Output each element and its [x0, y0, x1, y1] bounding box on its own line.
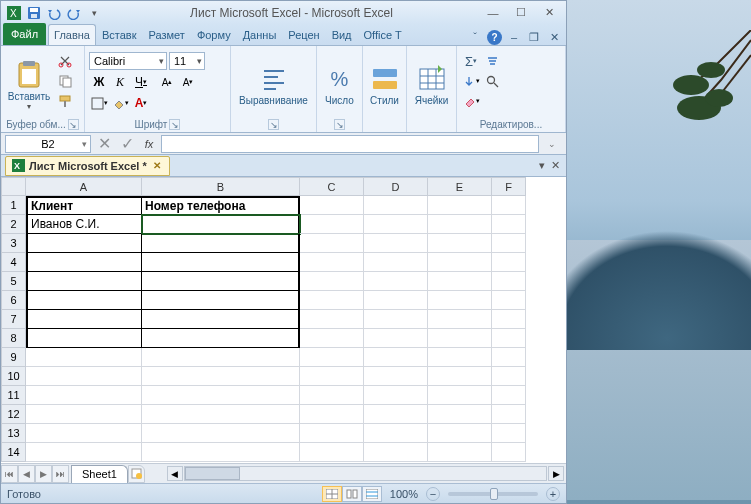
- format-painter-icon[interactable]: [55, 92, 75, 110]
- cell-B6[interactable]: [142, 291, 300, 310]
- cell-B11[interactable]: [142, 386, 300, 405]
- cell-B3[interactable]: [142, 234, 300, 253]
- ribbon-tab-office[interactable]: Office T: [358, 24, 408, 45]
- cell-E1[interactable]: [428, 196, 492, 215]
- cell-F2[interactable]: [492, 215, 526, 234]
- enter-formula-icon[interactable]: ✓: [117, 135, 137, 153]
- cell-A7[interactable]: [26, 310, 142, 329]
- row-header[interactable]: 9: [1, 348, 26, 367]
- italic-button[interactable]: К: [110, 73, 130, 91]
- row-header[interactable]: 3: [1, 234, 26, 253]
- cell-B8[interactable]: [142, 329, 300, 348]
- cell-B1[interactable]: Номер телефона: [142, 196, 300, 215]
- cell-B2[interactable]: [142, 215, 300, 234]
- cell-C14[interactable]: [300, 443, 364, 462]
- font-name-combo[interactable]: Calibri: [89, 52, 167, 70]
- view-page-break-icon[interactable]: [362, 486, 382, 502]
- fx-icon[interactable]: fx: [140, 138, 158, 150]
- cell-E6[interactable]: [428, 291, 492, 310]
- cell-A6[interactable]: [26, 291, 142, 310]
- file-tab[interactable]: Файл: [3, 23, 46, 45]
- underline-button[interactable]: Ч▾: [131, 73, 151, 91]
- expand-formula-icon[interactable]: ⌄: [542, 135, 562, 153]
- cell-A8[interactable]: [26, 329, 142, 348]
- zoom-slider[interactable]: [448, 492, 538, 496]
- sheet-nav-first-icon[interactable]: ⏮: [1, 465, 18, 483]
- cell-C8[interactable]: [300, 329, 364, 348]
- cell-A14[interactable]: [26, 443, 142, 462]
- cell-A12[interactable]: [26, 405, 142, 424]
- cell-C5[interactable]: [300, 272, 364, 291]
- row-header[interactable]: 1: [1, 196, 26, 215]
- close-button[interactable]: ✕: [538, 5, 560, 21]
- cell-C9[interactable]: [300, 348, 364, 367]
- row-header[interactable]: 10: [1, 367, 26, 386]
- font-color-button[interactable]: A▾: [131, 94, 151, 112]
- cells-button[interactable]: Ячейки: [412, 59, 452, 106]
- cell-D13[interactable]: [364, 424, 428, 443]
- cell-D5[interactable]: [364, 272, 428, 291]
- workbook-restore-icon[interactable]: ❐: [526, 29, 542, 45]
- copy-icon[interactable]: [55, 72, 75, 90]
- grid-body[interactable]: 1КлиентНомер телефона2Иванов С.И.3456789…: [1, 196, 566, 463]
- cell-D3[interactable]: [364, 234, 428, 253]
- cell-D6[interactable]: [364, 291, 428, 310]
- fill-color-button[interactable]: ▾: [110, 94, 130, 112]
- cell-F14[interactable]: [492, 443, 526, 462]
- find-button[interactable]: [482, 72, 502, 90]
- view-page-layout-icon[interactable]: [342, 486, 362, 502]
- fill-button[interactable]: ▾: [461, 72, 481, 90]
- save-icon[interactable]: [25, 4, 43, 22]
- cell-D9[interactable]: [364, 348, 428, 367]
- ribbon-tab-home[interactable]: Главна: [48, 24, 96, 45]
- number-dialog-launcher[interactable]: ↘: [334, 119, 345, 130]
- cell-D12[interactable]: [364, 405, 428, 424]
- sort-filter-button[interactable]: [482, 52, 502, 70]
- row-header[interactable]: 6: [1, 291, 26, 310]
- cell-A1[interactable]: Клиент: [26, 196, 142, 215]
- row-header[interactable]: 5: [1, 272, 26, 291]
- cell-E10[interactable]: [428, 367, 492, 386]
- cell-A3[interactable]: [26, 234, 142, 253]
- cell-F9[interactable]: [492, 348, 526, 367]
- alignment-dialog-launcher[interactable]: ↘: [268, 119, 279, 130]
- cell-B7[interactable]: [142, 310, 300, 329]
- cell-C3[interactable]: [300, 234, 364, 253]
- cell-B4[interactable]: [142, 253, 300, 272]
- scroll-left-icon[interactable]: ◀: [167, 466, 183, 481]
- row-header[interactable]: 8: [1, 329, 26, 348]
- cell-A10[interactable]: [26, 367, 142, 386]
- border-button[interactable]: ▾: [89, 94, 109, 112]
- qat-customize-icon[interactable]: ▾: [85, 4, 103, 22]
- row-header[interactable]: 2: [1, 215, 26, 234]
- cell-E11[interactable]: [428, 386, 492, 405]
- column-header-B[interactable]: B: [142, 177, 300, 196]
- cell-C7[interactable]: [300, 310, 364, 329]
- workbook-close-icon[interactable]: ✕: [546, 29, 562, 45]
- maximize-button[interactable]: ☐: [510, 5, 532, 21]
- excel-app-icon[interactable]: X: [5, 4, 23, 22]
- workbook-minimize-icon[interactable]: –: [506, 29, 522, 45]
- cell-B12[interactable]: [142, 405, 300, 424]
- ribbon-minimize-icon[interactable]: ˇ: [467, 29, 483, 45]
- ribbon-tab-data[interactable]: Данны: [237, 24, 283, 45]
- cell-E3[interactable]: [428, 234, 492, 253]
- cell-E12[interactable]: [428, 405, 492, 424]
- cell-D2[interactable]: [364, 215, 428, 234]
- pane-restore-icon[interactable]: ▾: [539, 159, 545, 172]
- cell-F7[interactable]: [492, 310, 526, 329]
- cell-D10[interactable]: [364, 367, 428, 386]
- cell-A2[interactable]: Иванов С.И.: [26, 215, 142, 234]
- cell-A11[interactable]: [26, 386, 142, 405]
- zoom-out-icon[interactable]: −: [426, 487, 440, 501]
- document-tab-close-icon[interactable]: ✕: [151, 160, 163, 171]
- row-header[interactable]: 13: [1, 424, 26, 443]
- cell-A5[interactable]: [26, 272, 142, 291]
- cell-D11[interactable]: [364, 386, 428, 405]
- sheet-nav-next-icon[interactable]: ▶: [35, 465, 52, 483]
- cell-C10[interactable]: [300, 367, 364, 386]
- cell-E7[interactable]: [428, 310, 492, 329]
- cell-D7[interactable]: [364, 310, 428, 329]
- row-header[interactable]: 12: [1, 405, 26, 424]
- cell-D1[interactable]: [364, 196, 428, 215]
